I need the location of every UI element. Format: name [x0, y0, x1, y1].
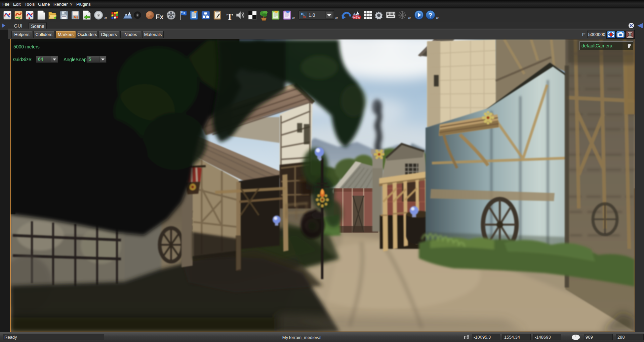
svg-text:fx: fx	[303, 15, 306, 18]
svg-text:»: »	[408, 14, 411, 20]
svg-text:NEW: NEW	[353, 16, 361, 19]
svg-text:»: »	[335, 14, 338, 20]
svg-text:»: »	[292, 14, 295, 20]
svg-text:Fx: Fx	[156, 13, 163, 21]
svg-text:1.0: 1.0	[309, 12, 315, 18]
svg-text:T: T	[227, 11, 233, 22]
svg-text:»: »	[104, 14, 107, 20]
svg-text:?: ?	[429, 12, 433, 19]
svg-text:As: As	[74, 15, 78, 19]
svg-text:»: »	[436, 14, 439, 20]
